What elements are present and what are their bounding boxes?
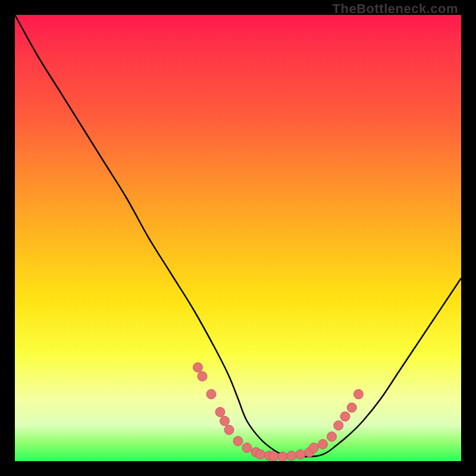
highlight-marker <box>256 450 265 459</box>
highlight-marker <box>269 452 278 461</box>
highlight-marker <box>215 408 225 417</box>
highlight-marker <box>354 390 364 399</box>
highlight-marker <box>220 416 230 426</box>
highlight-marker <box>198 372 207 381</box>
highlight-marker <box>278 452 287 462</box>
highlight-marker <box>334 421 343 430</box>
highlight-marker <box>318 440 328 449</box>
highlight-marker <box>347 403 356 412</box>
highlight-marker <box>193 363 203 372</box>
bottleneck-curve-line <box>15 15 461 457</box>
highlight-marker <box>340 412 350 421</box>
chart-svg <box>15 15 461 461</box>
highlight-marker <box>233 436 243 446</box>
highlight-markers-group <box>193 363 364 462</box>
chart-frame <box>15 15 461 461</box>
highlight-marker <box>224 425 234 435</box>
watermark-text: TheBottleneck.com <box>333 1 458 17</box>
highlight-marker <box>206 390 216 399</box>
highlight-marker <box>309 443 319 453</box>
highlight-marker <box>287 451 296 461</box>
highlight-marker <box>327 432 337 441</box>
highlight-marker <box>242 443 252 453</box>
highlight-marker <box>296 450 305 459</box>
